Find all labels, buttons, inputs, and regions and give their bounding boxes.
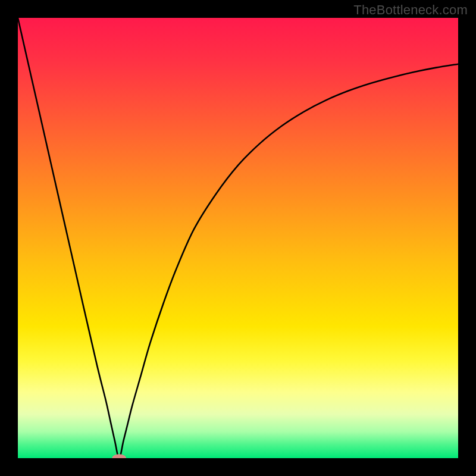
gradient-background [18,18,458,458]
chart-frame: TheBottleneck.com [0,0,476,476]
plot-area [18,18,458,458]
watermark-text: TheBottleneck.com [353,2,468,18]
chart-svg [18,18,458,458]
